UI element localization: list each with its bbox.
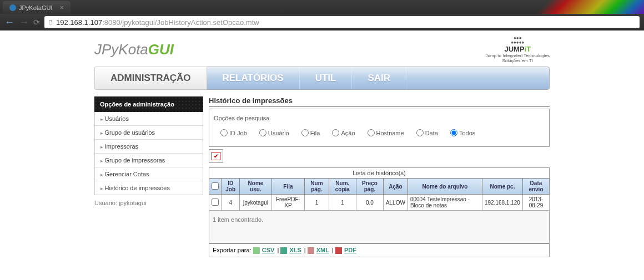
- filter-button[interactable]: ✔: [209, 149, 223, 163]
- radio-all[interactable]: Todos: [450, 129, 475, 136]
- export-xml[interactable]: XML: [316, 247, 329, 253]
- tab-close-icon[interactable]: ×: [60, 3, 64, 12]
- export-csv[interactable]: CSV: [262, 247, 275, 253]
- sidebar-item-usergroups[interactable]: Grupo de usuários: [95, 126, 203, 140]
- row-checkbox[interactable]: [212, 198, 219, 206]
- pdf-icon: [335, 247, 342, 254]
- back-button[interactable]: ←: [4, 17, 14, 28]
- col-checkbox[interactable]: [209, 179, 222, 195]
- col-idjob[interactable]: ID Job: [222, 179, 240, 195]
- col-file[interactable]: Nome do arquivo: [407, 179, 482, 195]
- nav-reports[interactable]: RELATÓRIOS: [207, 67, 300, 89]
- history-table: ID Job Nome usu. Fila Num pág. Num. copi…: [209, 178, 550, 211]
- xml-icon: [308, 247, 314, 254]
- export-bar: Exportar para: CSV | XLS | XML | PDF: [209, 243, 550, 257]
- result-count: 1 item encontrado.: [209, 211, 550, 243]
- radio-idjob[interactable]: ID Job: [220, 129, 247, 136]
- nav-util[interactable]: UTIL: [300, 67, 353, 89]
- main-nav: ADMINISTRAÇÃO RELATÓRIOS UTIL SAIR: [94, 67, 550, 90]
- sidebar-item-quotas[interactable]: Gerenciar Cotas: [95, 167, 203, 181]
- col-copies[interactable]: Num. copia: [329, 179, 356, 195]
- table-row[interactable]: 4 jpykotagui FreePDF-XP 1 1 0.0 ALLOW 00…: [209, 195, 550, 211]
- col-price[interactable]: Preço pág.: [356, 179, 384, 195]
- radio-user[interactable]: Usuário: [259, 129, 289, 136]
- radio-action[interactable]: Ação: [332, 129, 355, 136]
- col-action[interactable]: Ação: [383, 179, 407, 195]
- reload-button[interactable]: ⟳: [33, 18, 40, 27]
- col-pc[interactable]: Nome pc.: [482, 179, 522, 195]
- nav-exit[interactable]: SAIR: [352, 67, 406, 89]
- sidebar-menu: Usuários Grupo de usuários Impressoras G…: [94, 112, 203, 195]
- xls-icon: [280, 247, 287, 254]
- sidebar-header: Opções de administração: [94, 96, 203, 112]
- radio-hostname[interactable]: Hostname: [368, 129, 404, 136]
- col-pages[interactable]: Num pág.: [305, 179, 329, 195]
- radio-queue[interactable]: Fila: [301, 129, 320, 136]
- url-text: 192.168.1.107:8080/jpykotagui/JobHistory…: [56, 18, 259, 27]
- tab-title: JPyKotaGUI: [19, 4, 53, 11]
- col-queue[interactable]: Fila: [271, 179, 305, 195]
- col-user[interactable]: Nome usu.: [240, 179, 271, 195]
- sidebar-item-printers[interactable]: Impressoras: [95, 140, 203, 154]
- sidebar-item-printergroups[interactable]: Grupo de impressoras: [95, 154, 203, 167]
- col-date[interactable]: Data envio: [522, 179, 549, 195]
- export-xls[interactable]: XLS: [289, 247, 301, 253]
- forward-button[interactable]: →: [19, 17, 29, 28]
- page-icon: 🗋: [48, 19, 54, 26]
- search-label: Opções de pesquisa: [214, 115, 545, 121]
- list-title: Lista de histórico(s): [209, 167, 550, 178]
- export-pdf[interactable]: PDF: [344, 247, 356, 253]
- sidebar-item-users[interactable]: Usuários: [95, 112, 203, 126]
- browser-tab[interactable]: JPyKotaGUI ×: [3, 1, 71, 14]
- url-bar[interactable]: 🗋 192.168.1.107:8080/jpykotagui/JobHisto…: [44, 16, 640, 28]
- section-title: Histórico de impressões: [209, 96, 550, 106]
- csv-icon: [253, 247, 260, 254]
- check-icon: ✔: [212, 152, 220, 160]
- current-user-label: Usuário: jpykotagui: [94, 200, 203, 206]
- search-options-box: Opções de pesquisa ID Job Usuário Fila A…: [209, 109, 550, 147]
- sidebar-item-history[interactable]: Histórico de impressões: [95, 181, 203, 195]
- vendor-logo: ●●●●●●●● JUMPiT Jump to Integrated Techn…: [486, 36, 550, 63]
- radio-date[interactable]: Data: [416, 129, 438, 136]
- tab-favicon: [9, 4, 16, 11]
- nav-admin[interactable]: ADMINISTRAÇÃO: [94, 67, 207, 90]
- app-logo: JPyKotaGUI: [94, 41, 174, 58]
